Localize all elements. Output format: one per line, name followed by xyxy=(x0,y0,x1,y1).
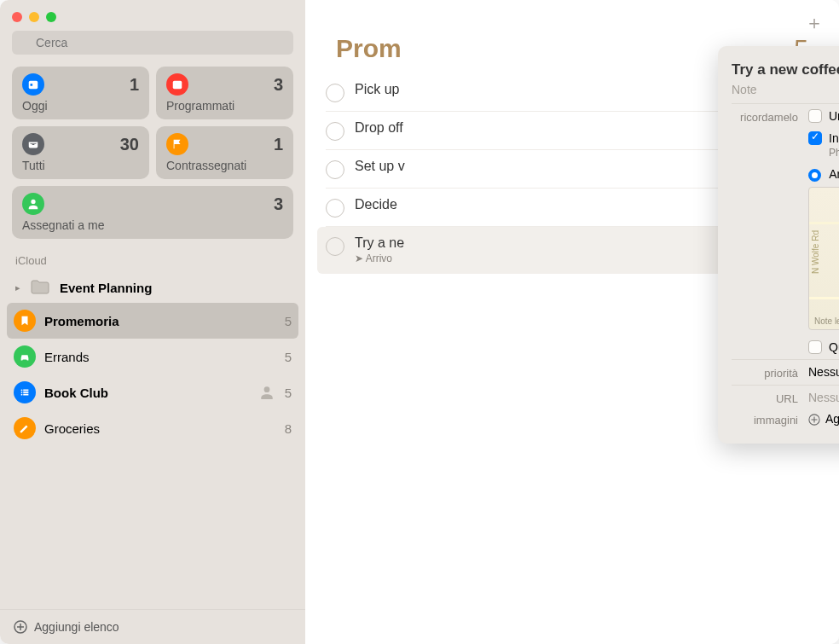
complete-toggle[interactable] xyxy=(326,122,344,141)
list-container: ▸ Event Planning Promemoria 5 Errands 5 … xyxy=(0,272,305,609)
url-field[interactable]: Nessuna xyxy=(808,391,839,404)
svg-rect-1 xyxy=(31,84,33,86)
priority-dropdown[interactable]: Nessuna xyxy=(808,365,839,379)
icloud-section-header: iCloud xyxy=(0,239,305,272)
pencil-icon xyxy=(14,417,36,439)
window-controls xyxy=(0,0,305,31)
smart-today[interactable]: 1 Oggi xyxy=(12,67,149,119)
list-groceries[interactable]: Groceries 8 xyxy=(0,410,305,446)
svg-rect-7 xyxy=(23,390,28,392)
count: 30 xyxy=(120,135,139,154)
svg-rect-2 xyxy=(173,81,182,90)
list-count: 5 xyxy=(285,386,292,400)
list-promemoria[interactable]: Promemoria 5 xyxy=(7,303,298,339)
add-list-label: Aggiungi elenco xyxy=(34,620,119,634)
add-list-button[interactable]: Aggiungi elenco xyxy=(0,609,305,644)
list-name: Event Planning xyxy=(60,281,292,295)
arrival-radio[interactable] xyxy=(808,169,821,182)
images-label: immagini xyxy=(732,412,798,426)
complete-toggle[interactable] xyxy=(326,160,344,179)
sidebar: 1 Oggi 3 Programmati 30 Tutti xyxy=(0,0,305,644)
priority-label: priorità xyxy=(732,365,798,380)
map-road-label: N Wolfe Rd xyxy=(811,230,820,274)
folder-icon xyxy=(31,279,51,296)
remind-label: ricordamelo xyxy=(732,109,798,124)
on-day-label: Un giorno xyxy=(829,109,839,123)
plus-circle-icon xyxy=(14,620,27,634)
calendar-icon xyxy=(22,73,44,96)
bookmark-icon xyxy=(14,310,36,332)
person-icon xyxy=(22,193,44,215)
when-messaging-checkbox[interactable] xyxy=(808,340,822,354)
svg-rect-0 xyxy=(29,81,38,90)
smart-all[interactable]: 30 Tutti xyxy=(12,126,149,179)
label: Tutti xyxy=(22,159,139,172)
list-name: Errands xyxy=(44,350,276,364)
label: Contrassegnati xyxy=(166,159,283,172)
label: Assegnati a me xyxy=(22,218,283,232)
list-count: 5 xyxy=(285,350,292,364)
app-window: 1 Oggi 3 Programmati 30 Tutti xyxy=(0,0,839,644)
calendar-icon xyxy=(166,73,188,96)
map-legal-link[interactable]: Note legali xyxy=(814,316,839,326)
smart-flagged[interactable]: 1 Contrassegnati xyxy=(156,126,293,179)
svg-point-8 xyxy=(21,392,23,393)
close-window-button[interactable] xyxy=(12,12,22,22)
disclosure-icon[interactable]: ▸ xyxy=(14,282,22,293)
svg-point-10 xyxy=(21,394,23,396)
count: 3 xyxy=(274,194,283,214)
smart-list-grid: 1 Oggi 3 Programmati 30 Tutti xyxy=(0,67,305,239)
list-name: Groceries xyxy=(44,421,276,436)
complete-toggle[interactable] xyxy=(326,199,344,218)
svg-point-4 xyxy=(22,358,24,360)
at-location-checkbox[interactable] xyxy=(808,131,822,145)
arrival-label: Arrivo xyxy=(829,167,839,181)
smart-scheduled[interactable]: 3 Programmati xyxy=(156,67,293,119)
when-messaging-label: Quando scrivo a qualcuno xyxy=(829,340,839,354)
count: 1 xyxy=(274,135,283,154)
new-reminder-button[interactable]: ＋ xyxy=(805,10,824,36)
label: Oggi xyxy=(22,99,139,113)
shared-icon xyxy=(259,385,275,400)
page-title: Prom xyxy=(336,34,402,63)
folder-event-planning[interactable]: ▸ Event Planning xyxy=(0,272,305,303)
car-icon xyxy=(14,345,36,368)
svg-point-5 xyxy=(26,358,28,360)
url-label: URL xyxy=(732,391,798,405)
plus-circle-icon xyxy=(808,414,820,426)
label: Programmati xyxy=(166,99,283,113)
list-count: 5 xyxy=(285,314,292,328)
at-location-label: In un luogo xyxy=(829,131,839,145)
detail-inspector: Try a new coffee Note ricordamelo Un gio… xyxy=(718,46,839,444)
list-icon xyxy=(14,381,36,403)
list-errands[interactable]: Errands 5 xyxy=(0,339,305,374)
count: 1 xyxy=(130,75,139,95)
main-content: ＋ Prom 5 Pick up Drop off Set up v Decid… xyxy=(305,0,839,644)
svg-rect-11 xyxy=(23,394,28,396)
list-bookclub[interactable]: Book Club 5 xyxy=(0,374,305,410)
complete-toggle[interactable] xyxy=(326,237,344,256)
location-map[interactable]: N Wolfe Rd Vallco Pkwy Stevens Creek Blv… xyxy=(808,187,839,330)
minimize-window-button[interactable] xyxy=(29,12,39,22)
list-count: 8 xyxy=(285,421,292,436)
complete-toggle[interactable] xyxy=(326,84,344,102)
count: 3 xyxy=(274,75,283,95)
svg-point-12 xyxy=(263,386,269,392)
on-day-checkbox[interactable] xyxy=(808,109,822,123)
search-input[interactable] xyxy=(12,31,293,55)
inspector-title[interactable]: Try a new coffee xyxy=(732,61,839,78)
tray-icon xyxy=(22,133,44,155)
location-name[interactable]: Philz Coffee xyxy=(829,147,839,159)
flag-icon xyxy=(166,133,188,155)
svg-rect-9 xyxy=(23,392,28,393)
list-name: Book Club xyxy=(44,386,251,400)
smart-assigned[interactable]: 3 Assegnati a me xyxy=(12,186,293,239)
notes-field[interactable]: Note xyxy=(732,83,839,96)
list-name: Promemoria xyxy=(44,314,276,328)
zoom-window-button[interactable] xyxy=(46,12,56,22)
svg-point-6 xyxy=(21,390,23,392)
add-image-button[interactable]: Aggiungi immagine… xyxy=(808,412,839,426)
svg-point-3 xyxy=(31,200,35,204)
